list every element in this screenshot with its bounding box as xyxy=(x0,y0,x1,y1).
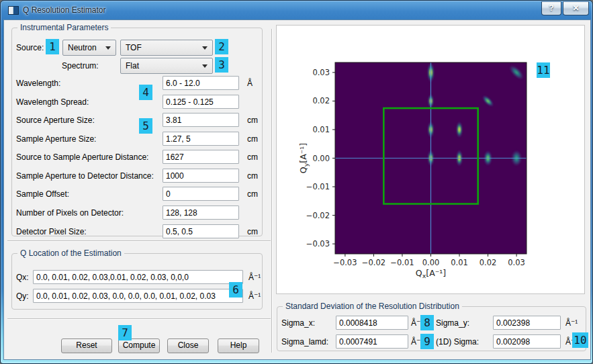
field-row: Sample Aperture to Detector Distance: cm xyxy=(12,169,262,185)
sample-to-detector-distance-input[interactable] xyxy=(163,169,239,183)
help-button[interactable]: Help xyxy=(218,338,259,353)
spectrum-combobox-value: Flat xyxy=(126,61,139,71)
reset-button[interactable]: Reset xyxy=(61,338,112,353)
instrumental-parameters-title: Instrumental Parameters xyxy=(17,23,111,32)
svg-text:0.01: 0.01 xyxy=(451,258,468,267)
svg-text:0.02: 0.02 xyxy=(312,96,330,105)
sample-offset-label: Sample Offset: xyxy=(16,189,69,199)
field-row: Number of Pixels on Detector: xyxy=(12,206,262,222)
wavelength-spread-label: Wavelength Spread: xyxy=(16,97,89,107)
wavelength-spread-input[interactable] xyxy=(163,95,239,109)
sample-offset-unit: cm xyxy=(247,189,258,199)
chevron-down-icon xyxy=(202,64,208,68)
svg-text:0.02: 0.02 xyxy=(480,258,497,267)
q-location-title: Q Location of the Estimation xyxy=(17,248,124,258)
source-aperture-size-input[interactable] xyxy=(163,113,239,127)
sigma-1d-input[interactable] xyxy=(493,334,561,349)
sigma-x-label: Sigma_x: xyxy=(281,318,315,328)
wavelength-input[interactable] xyxy=(163,76,239,90)
chevron-down-icon xyxy=(202,46,208,50)
field-row: Sample Aperture Size: cm xyxy=(12,132,262,148)
svg-text:−0.01: −0.01 xyxy=(306,182,330,191)
spectrum-combobox[interactable]: Flat xyxy=(120,58,213,74)
svg-text:0.03: 0.03 xyxy=(508,258,525,267)
svg-text:−0.02: −0.02 xyxy=(362,258,385,267)
qx-label: Qx: xyxy=(16,273,29,282)
svg-text:−0.02: −0.02 xyxy=(306,211,330,220)
qy-label: Qy: xyxy=(16,291,29,301)
titlebar-help-button[interactable]: ? xyxy=(541,1,561,15)
sample-offset-input[interactable] xyxy=(163,187,239,201)
sigma-lamd-input[interactable] xyxy=(336,334,408,349)
source-aperture-size-unit: cm xyxy=(247,116,258,125)
svg-text:0.03: 0.03 xyxy=(312,68,330,77)
field-row: Wavelength: Å xyxy=(12,76,262,92)
sigma-lamd-label: Sigma_lamd: xyxy=(281,337,328,347)
source-combobox-value: Neutron xyxy=(68,43,97,52)
horizontal-separator xyxy=(7,318,271,320)
annotation-badge-1: 1 xyxy=(46,39,59,54)
svg-text:Qy[A⁻¹]: Qy[A⁻¹] xyxy=(298,143,310,173)
source-type-combobox-value: TOF xyxy=(126,43,142,52)
annotation-badge-3: 3 xyxy=(215,57,228,73)
annotation-badge-11: 11 xyxy=(537,62,550,78)
sigma-y-input[interactable] xyxy=(493,316,561,330)
detector-pixel-size-unit: cm xyxy=(247,227,258,236)
compute-button[interactable]: Compute xyxy=(118,338,160,353)
qy-unit: Å⁻¹ xyxy=(248,291,261,301)
chevron-down-icon xyxy=(105,46,111,50)
annotation-badge-10: 10 xyxy=(572,332,588,348)
annotation-badge-4: 4 xyxy=(139,85,152,100)
qx-input[interactable] xyxy=(33,270,243,284)
horizontal-separator xyxy=(7,240,271,242)
sigma-y-unit: Å⁻¹ xyxy=(565,318,578,328)
sample-aperture-size-unit: cm xyxy=(247,134,258,144)
sigma-y-label: Sigma_y: xyxy=(436,318,469,328)
detector-pixels-label: Number of Pixels on Detector: xyxy=(16,208,124,218)
annotation-badge-9: 9 xyxy=(420,334,434,349)
sample-aperture-size-input[interactable] xyxy=(163,132,239,146)
dialog-window: Q Resolution Estimator ? ✕ Instrumental … xyxy=(0,0,593,364)
annotation-badge-6: 6 xyxy=(229,282,242,298)
annotation-badge-7: 7 xyxy=(118,325,132,340)
spectrum-label: Spectrum: xyxy=(62,61,99,71)
titlebar[interactable]: Q Resolution Estimator ? ✕ xyxy=(1,1,592,19)
source-to-sample-distance-unit: cm xyxy=(247,152,258,162)
sample-to-detector-distance-unit: cm xyxy=(247,171,258,181)
source-label: Source: xyxy=(16,43,44,52)
svg-text:−0.03: −0.03 xyxy=(306,239,330,248)
app-icon xyxy=(8,6,19,15)
source-combobox[interactable]: Neutron xyxy=(62,40,116,56)
q-location-group: Q Location of the Estimation Qx: Å⁻¹ Qy:… xyxy=(11,253,263,310)
field-row: Detector Pixel Size: cm xyxy=(12,224,262,240)
source-to-sample-distance-input[interactable] xyxy=(163,150,239,164)
svg-text:Qx[A⁻¹]: Qx[A⁻¹] xyxy=(416,268,446,279)
close-button[interactable]: Close xyxy=(167,338,209,353)
svg-text:0.01: 0.01 xyxy=(312,125,330,134)
annotation-badge-8: 8 xyxy=(420,315,434,330)
annotation-badge-2: 2 xyxy=(215,39,228,54)
annotation-badge-5: 5 xyxy=(139,118,152,134)
svg-text:0.00: 0.00 xyxy=(312,154,330,163)
field-row: Wavelength Spread: xyxy=(12,95,262,111)
source-to-sample-distance-label: Source to Sample Aperture Distance: xyxy=(16,152,148,162)
svg-text:0.00: 0.00 xyxy=(422,258,440,267)
detector-pixel-size-label: Detector Pixel Size: xyxy=(16,227,87,236)
sigma-1d-label: (1D) Sigma: xyxy=(436,337,479,347)
sample-aperture-size-label: Sample Aperture Size: xyxy=(16,134,96,144)
sample-to-detector-distance-label: Sample Aperture to Detector Distance: xyxy=(16,171,154,181)
field-row: Source Aperture Size: cm xyxy=(12,113,262,129)
qx-unit: Å⁻¹ xyxy=(248,273,261,282)
detector-pixels-input[interactable] xyxy=(163,206,239,220)
field-row: Sample Offset: cm xyxy=(12,187,262,203)
detector-pixel-size-input[interactable] xyxy=(163,224,239,238)
wavelength-label: Wavelength: xyxy=(16,79,60,88)
sigma-x-input[interactable] xyxy=(336,316,408,330)
svg-text:−0.03: −0.03 xyxy=(333,258,357,267)
wavelength-unit: Å xyxy=(247,79,253,88)
vertical-separator xyxy=(271,29,273,353)
svg-text:−0.01: −0.01 xyxy=(390,258,414,267)
titlebar-close-button[interactable]: ✕ xyxy=(563,1,589,15)
source-type-combobox[interactable]: TOF xyxy=(120,40,213,56)
qy-input[interactable] xyxy=(33,289,243,303)
